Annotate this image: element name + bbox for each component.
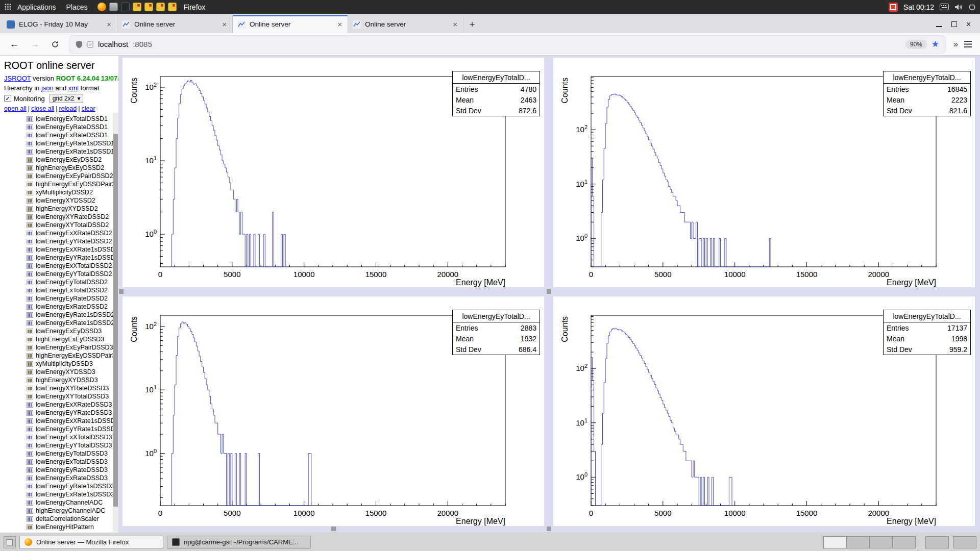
tree-item[interactable]: lowEnergyHitPattern bbox=[4, 523, 112, 531]
tree-item[interactable]: lowEnergyXYRateDSSD3 bbox=[4, 384, 112, 392]
tree-item[interactable]: highEnergyExEyDSSDPair2 bbox=[4, 180, 112, 188]
hamburger-menu-icon[interactable] bbox=[964, 41, 972, 47]
xml-link[interactable]: xml bbox=[68, 84, 79, 92]
stats-box[interactable]: lowEnergyEyTotalD... Entries2883 Mean193… bbox=[452, 310, 540, 355]
tree-item[interactable]: highEnergyExEyDSSD2 bbox=[4, 164, 112, 172]
tree-item[interactable]: lowEnergyEyYRate1sDSSD3 bbox=[4, 425, 112, 433]
tree-item[interactable]: lowEnergyExRateDSSD2 bbox=[4, 303, 112, 311]
tree-item[interactable]: highEnergyExEyDSSD3 bbox=[4, 335, 112, 343]
show-desktop-button[interactable] bbox=[4, 536, 16, 548]
app-launcher-icon[interactable] bbox=[168, 3, 177, 11]
zoom-level-badge[interactable]: 90% bbox=[905, 40, 927, 49]
overflow-menu-button[interactable]: » bbox=[953, 40, 958, 49]
resize-handle[interactable] bbox=[119, 289, 124, 294]
taskbar-trash-button[interactable] bbox=[953, 536, 976, 548]
tree-item[interactable]: lowEnergyEyRateDSSD1 bbox=[4, 123, 112, 131]
plot-canvas-2[interactable]: 05000100001500020000100101102Energy [MeV… bbox=[122, 296, 544, 526]
tree-item[interactable]: lowEnergyExXRateDSSD3 bbox=[4, 400, 112, 409]
app-launcher-icon[interactable] bbox=[156, 3, 165, 11]
jsroot-link[interactable]: JSROOT bbox=[4, 74, 31, 82]
tree-item[interactable]: lowEnergyEyTotalDSSD2 bbox=[4, 278, 112, 286]
tab-online-server-3[interactable]: Online server × bbox=[348, 15, 463, 33]
keyboard-indicator-icon[interactable] bbox=[940, 4, 949, 10]
tree-item[interactable]: lowEnergyExRate1sDSSD2 bbox=[4, 319, 112, 327]
plot-canvas-3[interactable]: 05000100001500020000100101102Energy [MeV… bbox=[553, 296, 975, 526]
app-launcher-icon[interactable] bbox=[133, 3, 141, 11]
json-link[interactable]: json bbox=[41, 84, 54, 92]
tree-item[interactable]: lowEnergyEyYRateDSSD2 bbox=[4, 237, 112, 245]
places-menu[interactable]: Places bbox=[62, 0, 92, 14]
sidebar-scrollbar[interactable] bbox=[113, 113, 118, 532]
tree-item[interactable]: lowEnergyExTotalDSSD1 bbox=[4, 115, 112, 123]
plot-canvas-0[interactable]: 05000100001500020000100101102Energy [MeV… bbox=[122, 58, 544, 287]
tree-item[interactable]: lowEnergyExEyPairDSSD3 bbox=[4, 343, 112, 352]
tab-close-icon[interactable]: × bbox=[452, 20, 458, 29]
scrollbar-thumb[interactable] bbox=[113, 134, 118, 507]
shield-icon[interactable] bbox=[76, 40, 83, 48]
taskbar-tray-button[interactable] bbox=[925, 536, 949, 548]
tree-item[interactable]: xyMultiplicityDSSD3 bbox=[4, 360, 112, 368]
tree-item[interactable]: lowEnergyChannelADC bbox=[4, 498, 112, 507]
grid-layout-select[interactable]: grid 2x2▾ bbox=[50, 94, 84, 103]
tree-item[interactable]: deltaCorrelationScaler bbox=[4, 515, 112, 523]
tree-item[interactable]: lowEnergyEyYTotalDSSD3 bbox=[4, 441, 112, 449]
maximize-button[interactable] bbox=[951, 21, 957, 27]
tree-item[interactable]: lowEnergyExTotalDSSD3 bbox=[4, 458, 112, 466]
taskbar-window-firefox[interactable]: Online server — Mozilla Firefox bbox=[19, 536, 163, 549]
tree-item[interactable]: xyMultiplicityDSSD2 bbox=[4, 188, 112, 196]
close-window-button[interactable]: × bbox=[966, 20, 971, 29]
tree-item[interactable]: lowEnergyEyTotalDSSD3 bbox=[4, 449, 112, 458]
page-info-icon[interactable] bbox=[87, 41, 93, 48]
url-bar[interactable]: localhost:8085 90% ★ bbox=[69, 36, 945, 53]
tree-item[interactable]: lowEnergyExEyDSSD3 bbox=[4, 327, 112, 335]
tree-item[interactable]: lowEnergyXYDSSD2 bbox=[4, 196, 112, 205]
back-button[interactable]: ← bbox=[6, 36, 22, 53]
new-tab-button[interactable]: + bbox=[463, 15, 481, 33]
tree-item[interactable]: lowEnergyEyRate1sDSSD3 bbox=[4, 482, 112, 490]
minimize-button[interactable] bbox=[936, 26, 942, 27]
terminal-launcher-icon[interactable] bbox=[121, 3, 130, 11]
firefox-launcher-icon[interactable] bbox=[97, 3, 106, 11]
tab-online-server-1[interactable]: Online server × bbox=[117, 15, 233, 33]
bookmark-star-icon[interactable]: ★ bbox=[932, 39, 939, 49]
tree-item[interactable]: lowEnergyXYTotalDSSD2 bbox=[4, 221, 112, 229]
tab-elog[interactable]: ELOG - Friday 10 May × bbox=[2, 15, 117, 33]
close-all-link[interactable]: close all bbox=[27, 105, 54, 112]
tree-item[interactable]: lowEnergyExEyDSSD2 bbox=[4, 156, 112, 164]
tree-item[interactable]: lowEnergyExXRate1sDSSD2 bbox=[4, 245, 112, 254]
power-icon[interactable] bbox=[968, 3, 976, 11]
tree-item[interactable]: lowEnergyExXTotalDSSD2 bbox=[4, 262, 112, 270]
volume-icon[interactable] bbox=[954, 4, 963, 11]
tree-item[interactable]: lowEnergyExXTotalDSSD3 bbox=[4, 433, 112, 441]
workspace-4[interactable] bbox=[892, 536, 916, 548]
tree-item[interactable]: lowEnergyExXRate1sDSSD3 bbox=[4, 417, 112, 425]
plot-canvas-1[interactable]: 05000100001500020000100101102Energy [MeV… bbox=[553, 58, 975, 287]
workspace-3[interactable] bbox=[869, 536, 893, 548]
tree-item[interactable]: lowEnergyExRate1sDSSD1 bbox=[4, 147, 112, 156]
tree-item[interactable]: lowEnergyExXRateDSSD2 bbox=[4, 229, 112, 237]
tab-close-icon[interactable]: × bbox=[336, 20, 343, 29]
tree-item[interactable]: highEnergyExEyDSSDPair3 bbox=[4, 352, 112, 360]
stats-box[interactable]: lowEnergyEyTotalD... Entries16845 Mean22… bbox=[883, 71, 971, 116]
app-launcher-icon[interactable] bbox=[144, 3, 153, 11]
resize-handle[interactable] bbox=[547, 289, 551, 294]
tree-item[interactable]: highEnergyXYDSSD3 bbox=[4, 376, 112, 384]
tree-item[interactable]: highEnergyChannelADC bbox=[4, 507, 112, 515]
tree-item[interactable]: highEnergyXYDSSD2 bbox=[4, 205, 112, 213]
tab-close-icon[interactable]: × bbox=[106, 20, 112, 29]
workspace-1[interactable] bbox=[823, 536, 847, 548]
tree-item[interactable]: lowEnergyExRate1sDSSD3 bbox=[4, 490, 112, 498]
workspace-2[interactable] bbox=[846, 536, 870, 548]
forward-button[interactable]: → bbox=[27, 36, 43, 53]
tree-item[interactable]: lowEnergyXYRateDSSD2 bbox=[4, 213, 112, 221]
focused-app-label[interactable]: Firefox bbox=[184, 3, 206, 11]
tree-item[interactable]: lowEnergyExRateDSSD3 bbox=[4, 474, 112, 482]
tree-item[interactable]: lowEnergyExTotalDSSD2 bbox=[4, 286, 112, 294]
tree-item[interactable]: lowEnergyEyRateDSSD2 bbox=[4, 294, 112, 303]
resize-handle[interactable] bbox=[331, 527, 336, 531]
stats-box[interactable]: lowEnergyEyTotalD... Entries17137 Mean19… bbox=[883, 310, 971, 355]
files-launcher-icon[interactable] bbox=[109, 3, 118, 11]
reload-button[interactable] bbox=[47, 36, 63, 53]
resize-handle[interactable] bbox=[547, 527, 551, 531]
tree-item[interactable]: lowEnergyEyRate1sDSSD1 bbox=[4, 139, 112, 147]
